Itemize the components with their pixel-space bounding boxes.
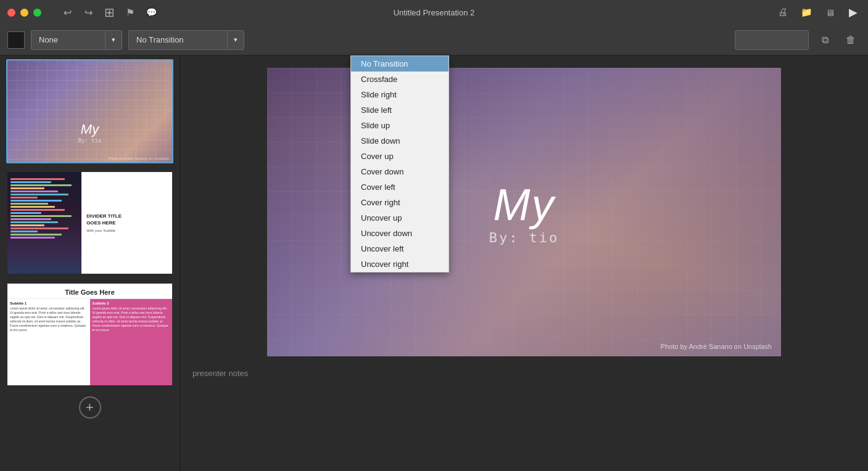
redo-button[interactable]: ↪ xyxy=(81,5,96,20)
slide1-credit: Photo by André Sanano on Unsplash xyxy=(109,157,169,160)
transition-dropdown-group: No Transition ▾ xyxy=(128,30,244,50)
animation-dropdown[interactable]: None xyxy=(31,30,105,50)
animation-dropdown-group: None ▾ xyxy=(31,30,122,50)
slide2-title: DIVIDER TITLEGOES HERE xyxy=(86,213,167,226)
flag-icon[interactable]: ⚑ xyxy=(123,5,138,20)
transition-option-cover-down[interactable]: Cover down xyxy=(351,164,448,179)
slide-thumbnail-3[interactable]: Title Goes Here Subtitle 1 Lorem ipsum d… xyxy=(6,282,173,387)
app-title: Untitled Presentation 2 xyxy=(394,8,475,17)
slide-panel: My By: tio Photo by André Sanano on Unsp… xyxy=(0,55,180,471)
duration-input[interactable] xyxy=(735,30,809,50)
animation-label: None xyxy=(39,35,58,44)
folder-icon[interactable]: 📁 xyxy=(799,5,814,20)
transition-option-no-transition[interactable]: No Transition xyxy=(351,56,448,72)
transition-option-uncover-right[interactable]: Uncover right xyxy=(351,256,448,272)
print-icon[interactable]: 🖨 xyxy=(775,5,790,20)
close-button[interactable] xyxy=(7,9,15,17)
transition-option-slide-right[interactable]: Slide right xyxy=(351,87,448,102)
grid-icon[interactable]: ⊞ xyxy=(102,5,117,20)
play-button[interactable]: ▶ xyxy=(846,5,861,20)
traffic-lights xyxy=(7,9,41,17)
transition-option-uncover-down[interactable]: Uncover down xyxy=(351,226,448,241)
add-slide-button[interactable]: + xyxy=(79,396,101,419)
transition-option-cover-up[interactable]: Cover up xyxy=(351,149,448,164)
maximize-button[interactable] xyxy=(33,9,41,17)
minimize-button[interactable] xyxy=(20,9,28,17)
transition-dropdown-arrow[interactable]: ▾ xyxy=(227,30,244,50)
titlebar-right: 🖨 📁 🖥 ▶ xyxy=(775,5,861,20)
slide3-col2-text: Lorem ipsum dolor sit amet, consectetur … xyxy=(93,306,170,332)
preview-area: My By: tio Photo by André Sanano on Unsp… xyxy=(180,55,868,471)
transition-option-uncover-left[interactable]: Uncover left xyxy=(351,241,448,256)
add-slide-icon: + xyxy=(86,399,94,416)
transition-option-slide-up[interactable]: Slide up xyxy=(351,118,448,133)
copy-slide-button[interactable]: ⧉ xyxy=(815,30,835,50)
slide3-title: Title Goes Here xyxy=(7,284,172,299)
presenter-notes[interactable]: presenter notes xyxy=(192,364,856,383)
presenter-notes-text: presenter notes xyxy=(192,369,248,378)
slide-thumbnail-1[interactable]: My By: tio Photo by André Sanano on Unsp… xyxy=(6,59,173,163)
transition-option-crossfade[interactable]: Crossfade xyxy=(351,72,448,87)
animation-dropdown-arrow[interactable]: ▾ xyxy=(105,30,122,50)
preview-slide-title: My xyxy=(489,179,560,230)
delete-slide-button[interactable]: 🗑 xyxy=(841,30,861,50)
transition-option-slide-down[interactable]: Slide down xyxy=(351,133,448,149)
slide3-col2-title: Subtitle 2 xyxy=(93,301,170,305)
slide-preview: My By: tio Photo by André Sanano on Unsp… xyxy=(267,68,781,356)
titlebar: ↩ ↪ ⊞ ⚑ 💬 Untitled Presentation 2 🖨 📁 🖥 … xyxy=(0,0,868,25)
transition-option-uncover-up[interactable]: Uncover up xyxy=(351,210,448,226)
preview-slide-credit: Photo by André Sanano on Unsplash xyxy=(661,343,772,350)
titlebar-controls: ↩ ↪ ⊞ ⚑ 💬 xyxy=(60,5,159,20)
transition-dropdown[interactable]: No Transition xyxy=(128,30,227,50)
transition-option-cover-right[interactable]: Cover right xyxy=(351,195,448,210)
slide1-subtitle: By: tio xyxy=(78,137,102,144)
transition-option-slide-left[interactable]: Slide left xyxy=(351,102,448,118)
comment-icon[interactable]: 💬 xyxy=(144,5,159,20)
color-swatch[interactable] xyxy=(7,31,25,49)
transition-dropdown-menu: No Transition Crossfade Slide right Slid… xyxy=(350,55,449,272)
transition-option-cover-left[interactable]: Cover left xyxy=(351,179,448,195)
transition-label: No Transition xyxy=(136,35,184,44)
slide3-col1-text: Lorem ipsum dolor sit amet, consectetur … xyxy=(10,306,88,332)
monitor-icon[interactable]: 🖥 xyxy=(822,5,837,20)
undo-button[interactable]: ↩ xyxy=(60,5,75,20)
slide-thumbnail-2[interactable]: DIVIDER TITLEGOES HERE With your Subtitl… xyxy=(6,171,173,275)
preview-slide-subtitle: By: tio xyxy=(489,230,560,245)
toolbar: None ▾ No Transition ▾ ⧉ 🗑 No Transition… xyxy=(0,25,868,55)
slide1-title: My xyxy=(78,121,102,137)
slide3-col1-title: Subtitle 1 xyxy=(10,301,88,305)
slide2-subtitle: With your Subtitle xyxy=(86,229,167,232)
